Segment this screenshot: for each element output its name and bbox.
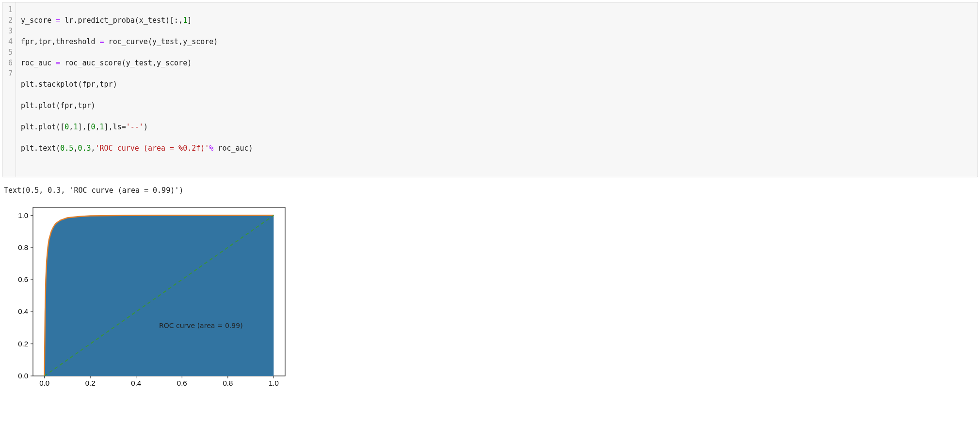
x-tick-label: 0.8	[223, 379, 233, 387]
roc-annotation: ROC curve (area = 0.99)	[159, 322, 243, 329]
x-tick-label: 0.4	[131, 379, 141, 387]
gutter-line: 2	[6, 15, 13, 26]
roc-chart-svg: 0.00.20.40.60.81.00.00.20.40.60.81.0ROC …	[4, 202, 295, 395]
gutter-line: 4	[6, 36, 13, 47]
x-tick-label: 0.6	[177, 379, 187, 387]
code-line: y_score = lr.predict_proba(x_test)[:,1]	[21, 15, 253, 26]
x-tick-label: 0.2	[85, 379, 96, 387]
gutter-line: 6	[6, 58, 13, 68]
y-tick-label: 0.4	[18, 307, 28, 315]
code-line: plt.plot(fpr,tpr)	[21, 100, 253, 111]
x-tick-label: 0.0	[39, 379, 49, 387]
gutter-line: 5	[6, 47, 13, 58]
code-line: roc_auc = roc_auc_score(y_test,y_score)	[21, 58, 253, 68]
x-tick-label: 1.0	[269, 379, 279, 387]
code-line: plt.text(0.5,0.3,'ROC curve (area = %0.2…	[21, 143, 253, 154]
code-content[interactable]: y_score = lr.predict_proba(x_test)[:,1] …	[16, 2, 258, 177]
code-gutter: 1 2 3 4 5 6 7	[2, 2, 16, 177]
y-tick-label: 0.6	[18, 275, 28, 283]
gutter-line: 1	[6, 4, 13, 15]
y-tick-label: 1.0	[18, 211, 28, 219]
code-line: plt.plot([0,1],[0,1],ls='--')	[21, 122, 253, 132]
roc-chart: 0.00.20.40.60.81.00.00.20.40.60.81.0ROC …	[4, 202, 295, 395]
cell-text-output: Text(0.5, 0.3, 'ROC curve (area = 0.99)'…	[2, 184, 978, 202]
y-tick-label: 0.2	[18, 340, 28, 348]
gutter-line: 3	[6, 26, 13, 36]
y-tick-label: 0.8	[18, 243, 28, 251]
code-line: fpr,tpr,threshold = roc_curve(y_test,y_s…	[21, 36, 253, 47]
y-tick-label: 0.0	[18, 372, 28, 380]
code-cell: 1 2 3 4 5 6 7 y_score = lr.predict_proba…	[2, 2, 978, 177]
code-line: plt.stackplot(fpr,tpr)	[21, 79, 253, 90]
gutter-line: 7	[6, 68, 13, 79]
